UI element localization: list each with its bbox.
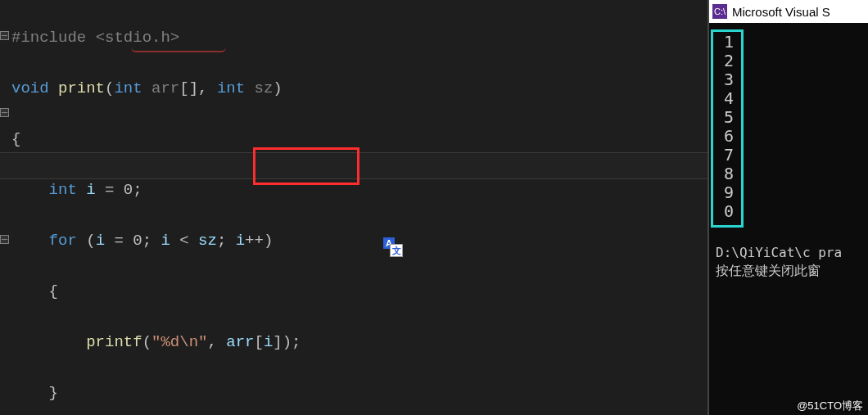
bracket: [ (255, 333, 264, 351)
preproc: #include (11, 29, 96, 47)
type-int: int (217, 79, 255, 97)
red-rectangle-annotation (253, 147, 359, 185)
console-hint-text: 按任意键关闭此窗 (716, 263, 821, 278)
red-underline-annotation (131, 46, 226, 52)
kw-for: for (11, 232, 86, 250)
code-editor-pane[interactable]: #include <stdio.h> void print(int arr[],… (0, 0, 709, 415)
kw-void: void (11, 79, 49, 97)
code-content[interactable]: #include <stdio.h> void print(int arr[],… (0, 0, 708, 415)
var-arr: arr (226, 333, 254, 351)
var-i: i (86, 181, 95, 199)
console-pane: C:\ Microsoft Visual S 1 2 3 4 5 6 7 8 9… (709, 0, 868, 415)
fn-print: print (49, 79, 105, 97)
brackets: [] (179, 79, 198, 97)
param-sz: sz (255, 79, 274, 97)
txt: ]); (273, 333, 301, 351)
translate-icon[interactable]: A 文 (383, 237, 401, 255)
var-i: i (236, 232, 245, 250)
paren: ( (86, 232, 95, 250)
param-arr: arr (151, 79, 179, 97)
rest: = 0; (96, 181, 142, 199)
fn-printf: printf (11, 333, 142, 351)
var-sz: sz (198, 232, 217, 250)
teal-rectangle-annotation (711, 29, 744, 228)
paren: ( (105, 79, 114, 97)
translate-icon-b: 文 (390, 244, 403, 257)
vs-logo-icon: C:\ (712, 4, 727, 19)
var-i: i (160, 232, 170, 250)
titlebar-text: Microsoft Visual S (732, 6, 830, 18)
txt: = 0; (105, 232, 160, 250)
op: < (170, 232, 198, 250)
include-file: <stdio.h> (96, 29, 180, 47)
txt: ++) (245, 232, 273, 250)
txt: ; (217, 232, 236, 250)
paren: ) (273, 79, 282, 97)
var-i: i (96, 232, 105, 250)
var-i: i (264, 333, 273, 351)
string-literal: "%d\n" (151, 333, 207, 351)
watermark: @51CTO博客 (797, 399, 863, 413)
brace: } (11, 384, 58, 402)
brace: { (11, 130, 20, 148)
paren: ( (142, 333, 151, 351)
console-path-text: D:\QiYiCat\c pra (716, 245, 842, 260)
comma: , (207, 333, 226, 351)
decl: int (11, 181, 86, 199)
comma: , (198, 79, 217, 97)
brace: { (11, 282, 58, 300)
app-root: #include <stdio.h> void print(int arr[],… (0, 0, 868, 415)
type-int: int (114, 79, 151, 97)
console-footer: D:\QiYiCat\c pra 按任意键关闭此窗 (716, 244, 842, 280)
console-titlebar[interactable]: C:\ Microsoft Visual S (709, 0, 868, 23)
